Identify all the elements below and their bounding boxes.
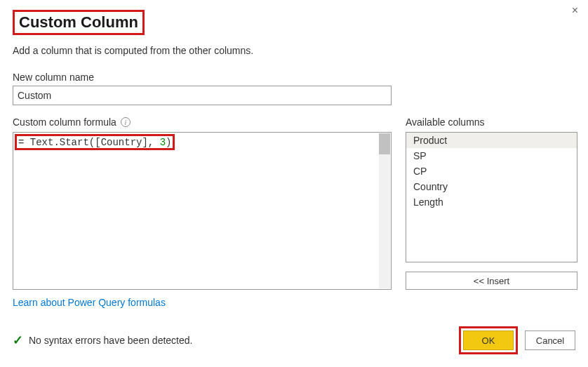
cancel-button[interactable]: Cancel xyxy=(525,331,575,350)
insert-button[interactable]: << Insert xyxy=(406,272,577,290)
check-icon: ✓ xyxy=(13,333,23,348)
list-item[interactable]: Length xyxy=(406,194,577,210)
list-item[interactable]: Product xyxy=(406,133,577,148)
formula-highlight: = Text.Start([Country], 3) xyxy=(15,134,175,150)
list-item[interactable]: Country xyxy=(406,179,577,194)
dialog-subtitle: Add a column that is computed from the o… xyxy=(13,45,575,56)
list-item[interactable]: SP xyxy=(406,148,577,164)
close-icon[interactable]: × xyxy=(572,4,578,17)
status-text: No syntax errors have been detected. xyxy=(29,335,192,346)
title-highlight: Custom Column xyxy=(13,10,145,35)
available-columns-label: Available columns xyxy=(406,115,577,129)
formula-editor[interactable]: = Text.Start([Country], 3) xyxy=(13,132,392,290)
ok-button[interactable]: OK xyxy=(463,331,514,350)
formula-eq: = xyxy=(18,137,30,148)
formula-fn: Text.Start xyxy=(30,137,89,148)
formula-comma: , xyxy=(148,137,160,148)
formula-num: 3 xyxy=(160,137,166,148)
ok-highlight: OK xyxy=(459,326,518,354)
column-name-label: New column name xyxy=(13,72,575,83)
scrollbar[interactable] xyxy=(379,133,390,288)
status-message: ✓ No syntax errors have been detected. xyxy=(13,333,192,348)
column-name-input[interactable] xyxy=(13,86,392,105)
info-icon[interactable]: i xyxy=(121,117,131,127)
dialog-title: Custom Column xyxy=(18,13,140,32)
formula-colref: [Country] xyxy=(95,137,148,148)
formula-label: Custom column formula xyxy=(13,116,116,128)
learn-link[interactable]: Learn about Power Query formulas xyxy=(13,297,166,308)
formula-paren-close: ) xyxy=(166,137,171,148)
formula-paren-open: ( xyxy=(89,137,95,148)
available-columns-list[interactable]: Product SP CP Country Length xyxy=(406,132,577,262)
list-item[interactable]: CP xyxy=(406,164,577,179)
